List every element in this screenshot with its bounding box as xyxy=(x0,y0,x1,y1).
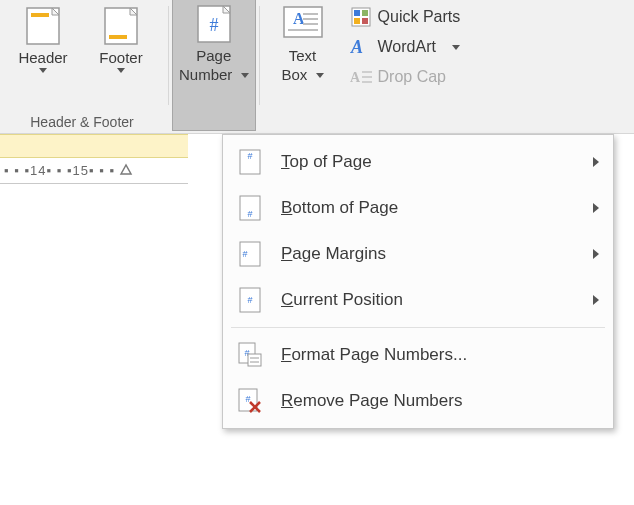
chevron-right-icon xyxy=(593,157,599,167)
svg-rect-18 xyxy=(354,18,360,24)
accel: T xyxy=(281,152,290,171)
menu-item-bottom-of-page[interactable]: # Bottom of Page xyxy=(223,185,613,231)
menu-label: Page Margins xyxy=(281,244,575,264)
top-of-page-icon: # xyxy=(237,147,263,177)
svg-text:#: # xyxy=(247,151,252,161)
svg-text:#: # xyxy=(247,209,252,219)
drop-cap-icon: A xyxy=(350,66,372,88)
accel: C xyxy=(281,290,293,309)
page-number-label-line1: Page xyxy=(196,46,231,65)
chevron-right-icon xyxy=(593,295,599,305)
menu-text: ottom of Page xyxy=(292,198,398,217)
chevron-down-icon xyxy=(117,68,125,73)
header-button[interactable]: Header xyxy=(4,2,82,88)
ruler-number: 15 xyxy=(73,163,89,178)
menu-label: Top of Page xyxy=(281,152,575,172)
svg-rect-2 xyxy=(31,13,49,17)
svg-rect-36 xyxy=(248,354,261,366)
footer-button-label: Footer xyxy=(99,48,142,86)
header-footer-buttons: Header Footer xyxy=(4,2,160,88)
menu-label: Current Position xyxy=(281,290,575,310)
header-label-text: Header xyxy=(18,48,67,67)
menu-text: ormat Page Numbers... xyxy=(291,345,467,364)
current-position-icon: # xyxy=(237,285,263,315)
svg-text:#: # xyxy=(242,249,247,259)
page-number-button[interactable]: # Page Number xyxy=(173,0,255,130)
footer-icon xyxy=(101,6,141,46)
svg-rect-5 xyxy=(109,35,127,39)
ruler[interactable]: ▪ ▪ ▪ 14 ▪ ▪ ▪ 15 ▪ ▪ ▪ xyxy=(0,158,188,184)
text-box-icon: A xyxy=(283,4,323,44)
document-highlight-bar xyxy=(0,134,188,158)
menu-item-format-page-numbers[interactable]: # Format Page Numbers... xyxy=(223,332,613,378)
quick-parts-label: Quick Parts xyxy=(378,8,461,26)
drop-cap-button: A Drop Cap xyxy=(346,64,630,90)
ruler-ticks: ▪ ▪ ▪ xyxy=(89,163,115,178)
footer-label-text: Footer xyxy=(99,48,142,67)
ribbon: Header Footer Header & Footer xyxy=(0,0,634,134)
svg-text:A: A xyxy=(350,70,361,85)
wordart-icon: A xyxy=(350,36,372,58)
accel: P xyxy=(281,244,292,263)
chevron-down-icon xyxy=(39,68,47,73)
group-separator xyxy=(168,6,169,105)
svg-text:A: A xyxy=(350,37,363,57)
svg-rect-16 xyxy=(354,10,360,16)
text-box-button[interactable]: A Text Box xyxy=(264,0,342,130)
svg-marker-25 xyxy=(121,165,131,174)
menu-text: age Margins xyxy=(292,244,386,263)
menu-item-remove-page-numbers[interactable]: # Remove Page Numbers xyxy=(223,378,613,424)
text-box-label-line1: Text xyxy=(289,46,317,65)
wordart-button[interactable]: A WordArt xyxy=(346,34,630,60)
svg-rect-19 xyxy=(362,18,368,24)
quick-parts-button[interactable]: Quick Parts xyxy=(346,4,630,30)
svg-text:#: # xyxy=(209,15,218,35)
text-box-label-line2: Box xyxy=(282,65,308,84)
page-number-button-label: Page Number xyxy=(179,46,249,84)
quick-parts-icon xyxy=(350,6,372,28)
chevron-down-icon xyxy=(241,73,249,78)
menu-item-current-position[interactable]: # Current Position xyxy=(223,277,613,323)
text-box-button-label: Text Box xyxy=(282,46,324,84)
header-button-label: Header xyxy=(18,48,67,86)
group-separator xyxy=(259,6,260,105)
page-number-icon: # xyxy=(194,4,234,44)
footer-button[interactable]: Footer xyxy=(82,2,160,88)
ruler-number: 14 xyxy=(30,163,46,178)
menu-text: urrent Position xyxy=(293,290,403,309)
accel: F xyxy=(281,345,291,364)
page-number-label-line2: Number xyxy=(179,65,232,84)
menu-separator xyxy=(231,327,605,328)
chevron-down-icon xyxy=(316,73,324,78)
remove-page-numbers-icon: # xyxy=(237,386,263,416)
format-page-numbers-icon: # xyxy=(237,340,263,370)
menu-label: Remove Page Numbers xyxy=(281,391,599,411)
drop-cap-label: Drop Cap xyxy=(378,68,446,86)
menu-label: Bottom of Page xyxy=(281,198,575,218)
chevron-down-icon xyxy=(452,45,460,50)
accel: B xyxy=(281,198,292,217)
ruler-ticks: ▪ ▪ ▪ xyxy=(4,163,30,178)
chevron-right-icon xyxy=(593,203,599,213)
header-footer-group: Header Footer Header & Footer xyxy=(0,0,164,134)
menu-text: op of Page xyxy=(290,152,372,171)
wordart-label: WordArt xyxy=(378,38,436,56)
bottom-of-page-icon: # xyxy=(237,193,263,223)
chevron-right-icon xyxy=(593,249,599,259)
svg-rect-17 xyxy=(362,10,368,16)
ruler-tab-marker xyxy=(119,162,133,179)
svg-text:#: # xyxy=(247,295,252,305)
header-icon xyxy=(23,6,63,46)
menu-text: emove Page Numbers xyxy=(293,391,462,410)
ruler-ticks: ▪ ▪ ▪ xyxy=(47,163,73,178)
page-margins-icon: # xyxy=(237,239,263,269)
menu-item-page-margins[interactable]: # Page Margins xyxy=(223,231,613,277)
page-number-dropdown-menu: # Top of Page # Bottom of Page # Page Ma… xyxy=(222,134,614,429)
text-small-group: Quick Parts A WordArt A Drop Cap xyxy=(342,0,634,94)
menu-label: Format Page Numbers... xyxy=(281,345,599,365)
accel: R xyxy=(281,391,293,410)
header-footer-group-label: Header & Footer xyxy=(30,114,134,134)
menu-item-top-of-page[interactable]: # Top of Page xyxy=(223,139,613,185)
